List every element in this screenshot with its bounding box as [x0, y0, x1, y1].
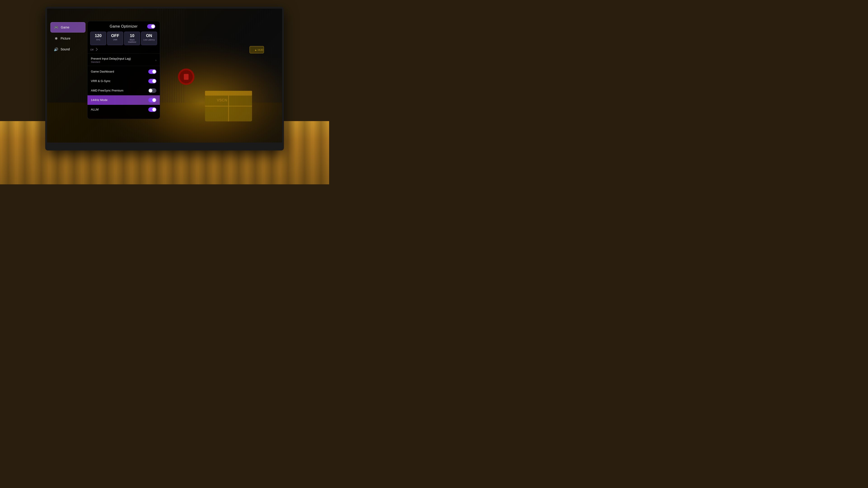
tv-stand	[156, 142, 174, 151]
sidebar-label-picture: Picture	[61, 37, 70, 40]
panel-title: Game Optimizer	[110, 24, 137, 29]
chevron-prevent-input-delay: ›	[155, 58, 156, 62]
setting-144hz-mode[interactable]: 144Hz Mode	[88, 95, 160, 105]
stat-fps-value: 120	[91, 34, 105, 38]
toggle-amd-freesync[interactable]	[148, 88, 156, 93]
toggle-vrr-gsync[interactable]	[148, 79, 156, 84]
sidebar: 🎮 Game ❄ Picture 🔊 Sound	[51, 22, 86, 55]
setting-amd-freesync[interactable]: AMD FreeSync Premium	[88, 86, 160, 95]
panel-header: Game Optimizer	[88, 21, 160, 32]
setting-vrr-gsync-label: VRR & G-Sync	[91, 79, 111, 83]
optimizer-toggle[interactable]	[147, 24, 155, 29]
sidebar-item-sound[interactable]: 🔊 Sound	[51, 44, 86, 54]
svg-text:▲ HUD: ▲ HUD	[254, 48, 263, 51]
stat-vrr-label: VRR	[108, 39, 122, 41]
stats-row: 120 FPS OFF VRR 10 Black Stabilizer ON L…	[88, 32, 160, 45]
setting-vrr-gsync[interactable]: VRR & G-Sync	[88, 76, 160, 86]
setting-allm-label: ALLM	[91, 108, 98, 111]
setting-prevent-input-delay-label: Prevent Input Delay(Input Lag)	[91, 57, 131, 60]
game-icon: 🎮	[54, 25, 59, 30]
svg-text:VSCN: VSCN	[217, 98, 227, 102]
svg-rect-28	[184, 74, 188, 80]
divider-1	[88, 53, 160, 54]
divider-2	[88, 66, 160, 66]
setting-allm[interactable]: ALLM	[88, 105, 160, 114]
stat-vrr-value: OFF	[108, 34, 122, 38]
stat-black-stabilizer-label: Black Stabilizer	[125, 39, 139, 43]
stat-black-stabilizer-value: 10	[125, 34, 139, 38]
setting-prevent-input-delay-sublabel: Standard	[91, 61, 131, 63]
optimizer-toggle-knob	[151, 25, 155, 28]
picture-icon: ❄	[54, 36, 58, 41]
game-optimizer-panel: Game Optimizer 120 FPS OFF VRR 10 Black …	[87, 21, 160, 119]
stat-black-stabilizer[interactable]: 10 Black Stabilizer	[124, 32, 140, 45]
setting-game-dashboard-label: Game Dashboard	[91, 70, 114, 73]
tv-screen: VSCN ▲ HUD 🎮 Game ❄ Picture 🔊	[47, 8, 282, 142]
toggle-144hz-mode[interactable]	[148, 98, 156, 102]
setting-144hz-mode-label: 144Hz Mode	[91, 98, 107, 102]
stat-low-latency-value: ON	[142, 34, 156, 38]
stat-vrr[interactable]: OFF VRR	[107, 32, 123, 45]
sidebar-item-picture[interactable]: ❄ Picture	[51, 33, 86, 43]
stat-fps-label: FPS	[91, 39, 105, 41]
sidebar-label-sound: Sound	[61, 47, 70, 51]
sidebar-label-game: Game	[61, 26, 69, 29]
sidebar-item-game[interactable]: 🎮 Game	[51, 22, 86, 33]
tv-frame: VSCN ▲ HUD 🎮 Game ❄ Picture 🔊	[45, 7, 284, 151]
setting-game-dashboard[interactable]: Game Dashboard	[88, 67, 160, 76]
setting-prevent-input-delay[interactable]: Prevent Input Delay(Input Lag) Standard …	[88, 55, 160, 66]
setting-amd-freesync-label: AMD FreeSync Premium	[91, 89, 123, 92]
toggle-game-dashboard[interactable]	[148, 69, 156, 74]
stat-low-latency-label: Low Latency	[142, 39, 156, 41]
toggle-allm[interactable]	[148, 107, 156, 112]
off-label: Off	[88, 47, 160, 53]
sound-icon: 🔊	[54, 47, 58, 52]
stat-fps[interactable]: 120 FPS	[90, 32, 106, 45]
stat-low-latency[interactable]: ON Low Latency	[141, 32, 157, 45]
